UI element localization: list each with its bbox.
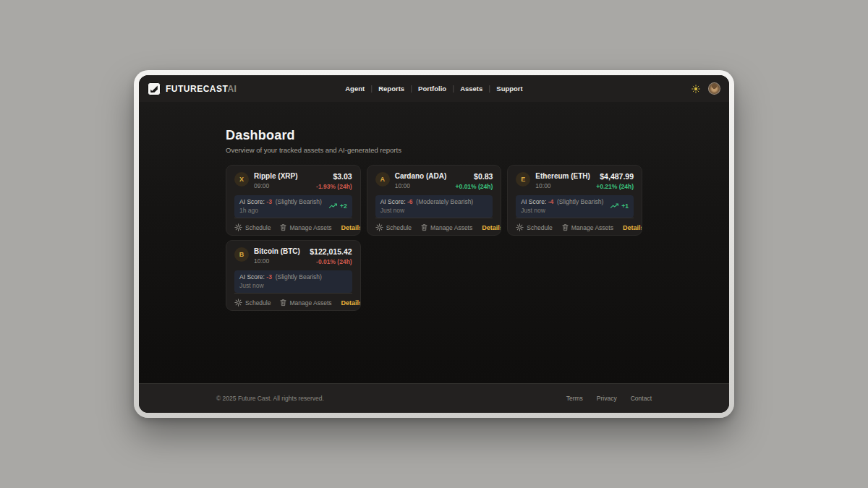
details-link[interactable]: Details xyxy=(482,224,501,231)
gear-icon xyxy=(234,223,242,231)
nav-separator xyxy=(489,85,490,93)
manage-assets-button[interactable]: Manage Assets xyxy=(421,223,472,231)
schedule-button[interactable]: Schedule xyxy=(516,223,552,231)
asset-price: $0.83 xyxy=(456,172,493,181)
user-avatar[interactable] xyxy=(708,82,720,95)
ai-score-band: AI Score: -3 (Slightly Bearish) Just now xyxy=(234,270,352,294)
site-footer: © 2025 Future Cast. All rights reserved.… xyxy=(139,383,729,413)
coin-avatar: A xyxy=(375,172,390,187)
asset-updated: 1h ago xyxy=(239,207,322,214)
ai-score-band: AI Score: -4 (Slightly Bearish) Just now… xyxy=(516,195,634,218)
schedule-button[interactable]: Schedule xyxy=(234,223,271,231)
manage-assets-button[interactable]: Manage Assets xyxy=(280,223,331,231)
coin-avatar: X xyxy=(234,172,249,187)
asset-change: +0.21% (24h) xyxy=(596,183,634,190)
ai-score-sentiment: (Slightly Bearish) xyxy=(557,198,603,205)
asset-time: 09:00 xyxy=(254,182,298,189)
asset-name: Cardano (ADA) xyxy=(395,172,447,180)
details-link[interactable]: Details xyxy=(623,224,642,231)
asset-name: Bitcoin (BTC) xyxy=(254,247,300,255)
asset-card-ripple: X Ripple (XRP) 09:00 $3.03 -1.93% (24h) xyxy=(226,165,361,236)
ai-score-value: -3 xyxy=(266,198,272,205)
nav-item-assets[interactable]: Assets xyxy=(460,85,482,93)
trending-up-icon xyxy=(610,203,619,209)
nav-item-reports[interactable]: Reports xyxy=(378,85,404,93)
brand-logo-icon xyxy=(148,82,161,95)
asset-updated: Just now xyxy=(380,207,474,214)
trend-indicator: +2 xyxy=(328,202,347,210)
ai-score-value: -6 xyxy=(407,198,413,205)
asset-time: 10:00 xyxy=(395,182,447,189)
details-link[interactable]: Details xyxy=(341,224,361,231)
ai-score-value: -4 xyxy=(548,198,554,205)
asset-name: Ripple (XRP) xyxy=(254,172,298,180)
brand[interactable]: FUTURECASTAI xyxy=(148,82,237,95)
nav-separator xyxy=(411,85,412,93)
device-frame: FUTURECASTAI Agent Reports Portfolio Ass… xyxy=(134,70,734,418)
asset-price: $4,487.99 xyxy=(596,172,634,181)
ai-score-band: AI Score: -6 (Moderately Bearish) Just n… xyxy=(375,195,493,218)
asset-change: -0.01% (24h) xyxy=(310,258,352,265)
footer-links: Terms Privacy Contact xyxy=(566,395,652,402)
asset-card-ethereum: E Ethereum (ETH) 10:00 $4,487.99 +0.21% … xyxy=(507,165,642,236)
gear-icon xyxy=(375,223,383,231)
trend-indicator: +1 xyxy=(610,202,629,210)
main-area: Dashboard Overview of your tracked asset… xyxy=(139,102,729,383)
header-actions xyxy=(692,82,720,95)
ai-score-band: AI Score: -3 (Slightly Bearish) 1h ago +… xyxy=(234,195,352,218)
asset-time: 10:00 xyxy=(254,257,300,265)
footer-link-contact[interactable]: Contact xyxy=(631,395,652,402)
app-header: FUTURECASTAI Agent Reports Portfolio Ass… xyxy=(139,75,729,102)
footer-link-privacy[interactable]: Privacy xyxy=(597,395,617,402)
asset-card-grid: X Ripple (XRP) 09:00 $3.03 -1.93% (24h) xyxy=(226,165,642,311)
footer-link-terms[interactable]: Terms xyxy=(566,395,583,402)
theme-toggle-sun-icon[interactable] xyxy=(692,85,700,93)
coin-avatar: B xyxy=(234,247,249,262)
asset-change: +0.01% (24h) xyxy=(456,183,493,190)
nav-item-support[interactable]: Support xyxy=(496,85,522,93)
asset-change: -1.93% (24h) xyxy=(316,183,352,190)
page-title: Dashboard xyxy=(226,128,642,143)
nav-item-agent[interactable]: Agent xyxy=(345,85,365,93)
app-window: FUTURECASTAI Agent Reports Portfolio Ass… xyxy=(139,75,729,413)
asset-name: Ethereum (ETH) xyxy=(535,172,590,180)
gear-icon xyxy=(234,299,242,307)
copyright-text: © 2025 Future Cast. All rights reserved. xyxy=(216,395,324,402)
manage-assets-button[interactable]: Manage Assets xyxy=(280,299,331,307)
nav-separator xyxy=(371,85,372,93)
asset-updated: Just now xyxy=(239,282,322,289)
brand-name: FUTURECASTAI xyxy=(166,84,237,94)
main-nav: Agent Reports Portfolio Assets Support xyxy=(345,85,522,93)
schedule-button[interactable]: Schedule xyxy=(234,299,271,307)
trash-icon xyxy=(280,299,286,307)
nav-item-portfolio[interactable]: Portfolio xyxy=(418,85,446,93)
trash-icon xyxy=(280,223,286,231)
ai-score-sentiment: (Slightly Bearish) xyxy=(276,198,322,205)
asset-price: $3.03 xyxy=(316,172,352,181)
manage-assets-button[interactable]: Manage Assets xyxy=(562,223,613,231)
asset-card-bitcoin: B Bitcoin (BTC) 10:00 $122,015.42 -0.01%… xyxy=(226,240,361,311)
details-link[interactable]: Details xyxy=(341,299,361,307)
schedule-button[interactable]: Schedule xyxy=(375,223,412,231)
asset-updated: Just now xyxy=(521,207,603,214)
asset-card-cardano: A Cardano (ADA) 10:00 $0.83 +0.01% (24h) xyxy=(367,165,502,236)
gear-icon xyxy=(516,223,524,231)
ai-score-sentiment: (Slightly Bearish) xyxy=(276,273,322,281)
nav-separator xyxy=(453,85,454,93)
asset-price: $122,015.42 xyxy=(310,247,352,256)
coin-avatar: E xyxy=(516,172,530,187)
trash-icon xyxy=(421,223,427,231)
trash-icon xyxy=(562,223,569,231)
trending-up-icon xyxy=(328,203,338,209)
ai-score-sentiment: (Moderately Bearish) xyxy=(416,198,473,205)
asset-time: 10:00 xyxy=(535,182,590,189)
ai-score-value: -3 xyxy=(266,273,272,281)
page-subtitle: Overview of your tracked assets and AI-g… xyxy=(226,146,642,154)
